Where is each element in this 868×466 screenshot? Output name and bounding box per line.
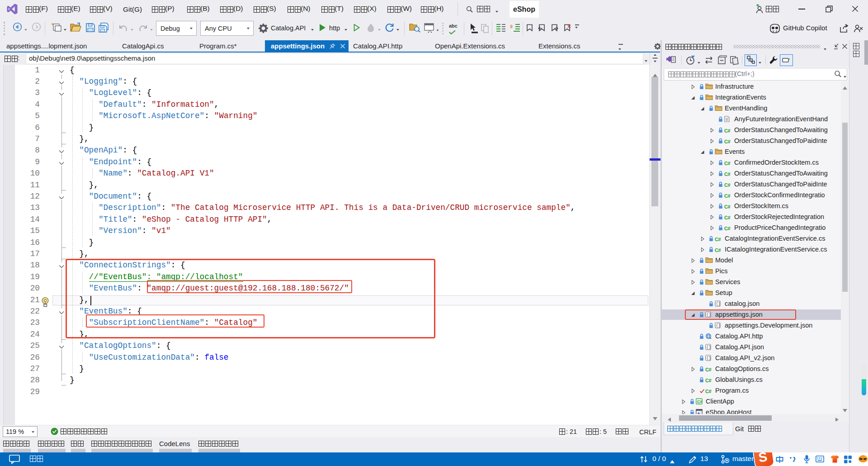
svg-text:{}: {} (706, 345, 711, 350)
svg-text:{}: {} (706, 356, 711, 361)
svg-text:C#: C# (697, 399, 702, 404)
svg-text:9: 9 (510, 24, 513, 29)
svg-text:{}: {} (716, 302, 721, 306)
svg-text:{}: {} (716, 323, 721, 328)
